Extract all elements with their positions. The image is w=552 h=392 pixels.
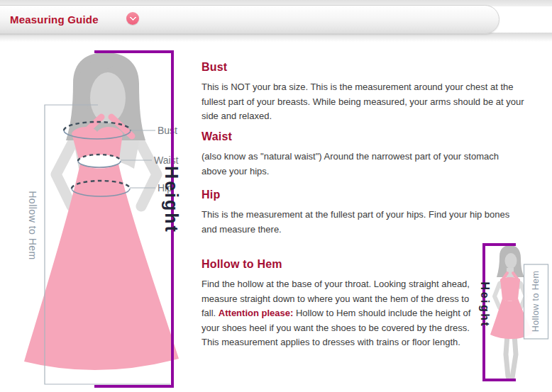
- measuring-guide-page: Measuring Guide Bust Waist Hip Hol: [0, 0, 552, 392]
- hip-heading: Hip: [202, 189, 524, 201]
- small-figure-leg-right: [512, 335, 516, 378]
- hip-section: Hip This is the measurement at the fulle…: [202, 189, 524, 237]
- small-height-label: Height: [479, 282, 491, 328]
- measurement-diagram-small: Hollow to Hem Height: [461, 238, 552, 384]
- bust-section: Bust This is NOT your bra size. This is …: [202, 61, 524, 124]
- figure-arm-left: [56, 140, 74, 206]
- hollow-to-hem-description: Find the hollow at the base of your thro…: [202, 277, 480, 350]
- page-title: Measuring Guide: [10, 13, 99, 26]
- hollow-to-hem-section: Hollow to Hem Find the hollow at the bas…: [202, 258, 480, 350]
- waist-description: (also know as "natural waist") Around th…: [202, 150, 524, 179]
- figure-face: [90, 72, 126, 123]
- chevron-down-icon[interactable]: [126, 12, 139, 25]
- bust-description: This is NOT your bra size. This is the m…: [202, 80, 524, 124]
- waist-label: Waist: [154, 155, 179, 166]
- hollow-to-hem-heading: Hollow to Hem: [202, 258, 480, 271]
- hip-description: This is the measurement at the fullest p…: [202, 208, 524, 237]
- bust-label: Bust: [158, 125, 177, 136]
- small-figure-leg-left: [506, 335, 508, 376]
- dress-skirt: [24, 164, 179, 370]
- small-hollow-to-hem-label: Hollow to Hem: [531, 271, 541, 332]
- small-dress-bodice: [500, 277, 520, 301]
- waist-section: Waist (also know as "natural waist") Aro…: [202, 130, 524, 179]
- attention-please-label: Attention please:: [219, 308, 293, 318]
- waist-heading: Waist: [202, 130, 524, 143]
- bust-heading: Bust: [202, 61, 524, 74]
- small-figure-arm-left: [495, 284, 499, 308]
- height-label: Height: [162, 166, 182, 234]
- measurement-diagram-large: Bust Waist Hip Hollow to Hem Height: [18, 41, 204, 392]
- hollow-to-hem-label: Hollow to Hem: [27, 191, 38, 260]
- small-figure-face: [505, 253, 517, 269]
- figure-arm-right: [139, 140, 157, 206]
- chevron-glyph: [129, 14, 136, 21]
